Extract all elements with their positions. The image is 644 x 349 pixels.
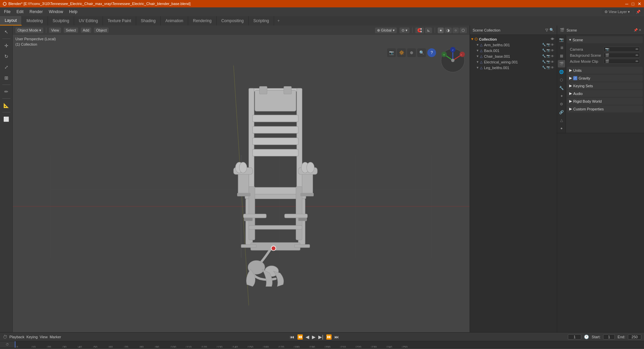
props-tab-render[interactable]: 📷: [558, 36, 565, 43]
tab-uv-editing[interactable]: UV Editing: [74, 16, 103, 26]
rigid-body-world-header[interactable]: ▶ Rigid Body World: [567, 98, 643, 105]
current-frame-input[interactable]: 1: [568, 334, 581, 340]
help-btn[interactable]: ?: [427, 48, 436, 57]
props-tab-object-data[interactable]: △: [558, 116, 565, 124]
select-menu[interactable]: Select: [64, 28, 78, 33]
material-mode[interactable]: ◑: [444, 28, 452, 33]
outliner-search-btn[interactable]: 🔍: [549, 28, 554, 32]
props-tab-output[interactable]: 🖥: [558, 44, 565, 51]
marker-menu[interactable]: Marker: [50, 335, 61, 339]
props-tab-particles[interactable]: ✦: [558, 92, 565, 100]
titlebar-controls[interactable]: ─ □ ✕: [625, 1, 641, 6]
navigation-gizmo[interactable]: X Y Z: [439, 47, 466, 74]
props-tab-physics[interactable]: ⚙: [558, 100, 565, 108]
tool-transform[interactable]: ⊞: [1, 73, 11, 83]
jump-to-start-btn[interactable]: ⏮: [290, 334, 294, 340]
bg-scene-edit[interactable]: ✏: [636, 53, 638, 57]
play-btn[interactable]: ▶: [312, 334, 316, 340]
props-close-btn[interactable]: ✕: [639, 28, 641, 32]
wireframe-mode[interactable]: ⬡: [460, 28, 467, 33]
background-scene-value[interactable]: 🎬 ✏: [603, 53, 640, 58]
tab-compositing[interactable]: Compositing: [217, 16, 249, 26]
start-frame-input[interactable]: 1: [603, 334, 615, 340]
tab-scripting[interactable]: Scripting: [249, 16, 274, 26]
outliner-filter-btn[interactable]: ▽: [545, 28, 548, 32]
jump-forward-btn[interactable]: ⏩: [326, 334, 332, 340]
object-menu[interactable]: Object: [94, 28, 109, 33]
collection-visibility[interactable]: 👁: [551, 37, 554, 41]
item-eye-icon-3[interactable]: 👁: [551, 54, 554, 58]
menu-window[interactable]: Window: [46, 9, 66, 15]
camera-field-edit[interactable]: ✏: [636, 47, 638, 51]
tab-texture-paint[interactable]: Texture Paint: [103, 16, 136, 26]
tab-shading[interactable]: Shading: [136, 16, 161, 26]
tab-rendering[interactable]: Rendering: [188, 16, 216, 26]
tool-move[interactable]: ✛: [1, 41, 11, 51]
playback-menu[interactable]: Playback: [9, 335, 24, 339]
view-menu[interactable]: View: [49, 28, 61, 33]
item-vis-3[interactable]: 🔧 📷 👁: [542, 54, 554, 58]
end-frame-input[interactable]: 250: [628, 334, 641, 340]
outliner-item-leg-belths[interactable]: ▾ △ Leg_belths.001 🔧 📷 👁: [470, 65, 557, 70]
tool-measure[interactable]: 📐: [1, 100, 11, 110]
outliner-item-electrical-wiring[interactable]: ▾ △ Electrical_wiring.001 🔧 📷 👁: [470, 59, 557, 65]
pivot-selector[interactable]: ⊙ ▾: [399, 28, 410, 33]
item-eye-icon-5[interactable]: 👁: [551, 66, 554, 69]
item-eye-icon-4[interactable]: 👁: [551, 60, 554, 64]
tab-animation[interactable]: Animation: [161, 16, 188, 26]
viewport-3d[interactable]: Object Mode ▾ View Select Add Object ⊕ G…: [13, 26, 470, 332]
item-vis-4[interactable]: 🔧 📷 👁: [542, 60, 554, 64]
gravity-checkbox[interactable]: ✓: [573, 76, 577, 80]
item-vis-2[interactable]: 🔧 📷 👁: [542, 49, 554, 52]
outliner-item-back[interactable]: ▾ △ Back.001 🔧 📷 👁: [470, 48, 557, 53]
jump-back-btn[interactable]: ⏪: [297, 334, 303, 340]
props-tab-constraints[interactable]: 🔗: [558, 108, 565, 116]
gravity-section-header[interactable]: ▶ ✓ Gravity: [567, 74, 643, 82]
snap-toggle[interactable]: 🧲: [415, 28, 424, 33]
item-vis-1[interactable]: 🔧 📷 👁: [542, 43, 554, 47]
maximize-button[interactable]: □: [632, 1, 634, 6]
object-mode-selector[interactable]: Object Mode ▾: [15, 28, 43, 33]
timeline-ruler[interactable]: ⏱ 1 10 20 30 40 50 60: [0, 341, 644, 348]
solid-mode[interactable]: ●: [438, 28, 444, 33]
menu-edit[interactable]: Edit: [14, 9, 26, 15]
keying-sets-header[interactable]: ▶ Keying Sets: [567, 82, 643, 89]
item-vis-5[interactable]: 🔧 📷 👁: [542, 66, 554, 69]
tool-rotate[interactable]: ↻: [1, 51, 11, 61]
render-preview-btn[interactable]: 🔆: [397, 48, 406, 57]
menu-file[interactable]: File: [1, 9, 13, 15]
custom-properties-header[interactable]: ▶ Custom Properties: [567, 105, 643, 112]
step-forward-btn[interactable]: ▶|: [318, 334, 323, 340]
camera-view-btn[interactable]: 📷: [387, 48, 396, 57]
tool-cursor[interactable]: ↖: [1, 27, 11, 37]
camera-value[interactable]: 📷 ✏: [603, 47, 640, 52]
zoom-btn[interactable]: 🔍: [417, 48, 426, 57]
props-tab-view-layer[interactable]: ▦: [558, 52, 565, 59]
tool-scale[interactable]: ⤢: [1, 62, 11, 72]
props-tab-material[interactable]: ●: [558, 124, 565, 132]
audio-section-header[interactable]: ▶ Audio: [567, 90, 643, 97]
scene-section-header[interactable]: ▾ Scene: [567, 36, 643, 43]
add-workspace-button[interactable]: +: [274, 16, 283, 26]
jump-to-end-btn[interactable]: ⏭: [334, 334, 339, 340]
tool-annotate[interactable]: ✏: [1, 87, 11, 97]
tab-sculpting[interactable]: Sculpting: [48, 16, 74, 26]
props-pin-btn[interactable]: 📌: [634, 28, 638, 32]
outliner-scene-collection[interactable]: ▾ ⬡ Collection 👁: [470, 36, 557, 42]
engine-selector[interactable]: ⚙ View Layer ▾: [602, 9, 633, 15]
global-local-toggle[interactable]: ⊕ Global ▾: [375, 28, 397, 33]
proportional-edit[interactable]: ⊾: [425, 28, 432, 33]
minimize-button[interactable]: ─: [625, 1, 628, 6]
menu-help[interactable]: Help: [66, 9, 80, 15]
tab-modeling[interactable]: Modeling: [22, 16, 48, 26]
item-eye-icon-1[interactable]: 👁: [551, 43, 554, 47]
props-tab-object[interactable]: ⬡: [558, 76, 565, 84]
movie-clip-edit[interactable]: ✏: [636, 59, 638, 63]
view-menu-timeline[interactable]: View: [40, 335, 48, 339]
close-button[interactable]: ✕: [638, 1, 641, 6]
view-layer-pin[interactable]: 📌: [634, 9, 643, 15]
keying-menu[interactable]: Keying: [26, 335, 38, 339]
tab-layout[interactable]: Layout: [0, 16, 22, 26]
item-eye-icon-2[interactable]: 👁: [551, 49, 554, 52]
scene-canvas[interactable]: X Y Z 📷 🔆 ⊕ 🔍 ?: [13, 35, 470, 332]
